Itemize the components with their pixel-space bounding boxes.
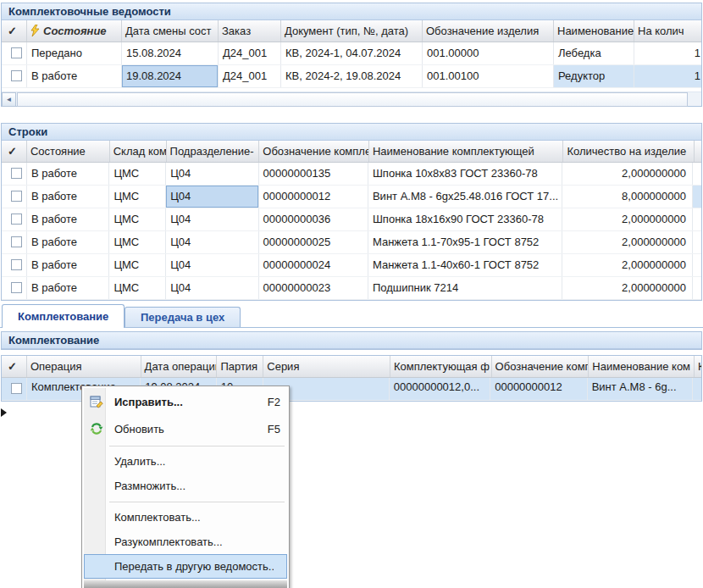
- menu-item-delete[interactable]: Удалить...: [84, 449, 287, 474]
- row-checkbox[interactable]: [11, 282, 22, 293]
- cell-name[interactable]: Лебедка: [554, 42, 634, 64]
- cell-designation[interactable]: 00000000012: [259, 186, 368, 208]
- cell-division[interactable]: Ц04: [166, 277, 258, 299]
- cell-name[interactable]: Манжета 1.1-70х95-1 ГОСТ 8752: [368, 231, 562, 253]
- cell-doc[interactable]: КВ, 2024-1, 04.07.2024: [281, 42, 423, 64]
- table-row[interactable]: В работе ЦМС Ц04 00000000025 Манжета 1.1…: [2, 231, 701, 254]
- cell-state[interactable]: В работе: [27, 186, 110, 208]
- column-header-state[interactable]: Состояние: [27, 141, 110, 162]
- column-header-date[interactable]: Дата операции: [141, 356, 218, 377]
- check-column-header[interactable]: ✓: [2, 356, 27, 377]
- column-header-designation[interactable]: Обозначение комп: [492, 356, 590, 377]
- cell-name[interactable]: Шпонка 10х8х83 ГОСТ 23360-78: [368, 163, 562, 185]
- cell-qty[interactable]: 1: [634, 65, 701, 87]
- cell-designation[interactable]: 00000000024: [259, 254, 368, 276]
- column-header-name[interactable]: Наименование ком: [589, 356, 695, 377]
- cell-state[interactable]: В работе: [27, 65, 122, 87]
- table-row[interactable]: В работе ЦМС Ц04 00000000023 Подшипник 7…: [2, 277, 701, 300]
- scroll-left-button[interactable]: ◄: [2, 92, 16, 107]
- row-checkbox[interactable]: [11, 236, 22, 247]
- table-row[interactable]: В работе ЦМС Ц04 00000000135 Шпонка 10х8…: [2, 163, 701, 186]
- column-header-operation[interactable]: Операция: [27, 356, 141, 377]
- column-header-state[interactable]: Состояние: [27, 20, 122, 42]
- column-header-doc[interactable]: Документ (тип, №, дата): [281, 20, 423, 42]
- cell-designation[interactable]: 00000000036: [259, 208, 368, 230]
- cell-qty[interactable]: 2,000000000: [562, 231, 693, 253]
- row-checkbox[interactable]: [11, 168, 22, 179]
- cell-state[interactable]: Передано: [27, 42, 122, 64]
- column-header-order[interactable]: Заказ: [219, 20, 281, 42]
- cell-state[interactable]: В работе: [27, 231, 110, 253]
- menu-item-razukomplektovat[interactable]: Разукомплектовать...: [84, 530, 287, 554]
- menu-item-edit[interactable]: Исправить... F2: [84, 388, 287, 415]
- cell-name[interactable]: Подшипник 7214: [368, 277, 562, 299]
- column-header-series[interactable]: Серия: [263, 356, 390, 377]
- cell-qty[interactable]: 1: [634, 42, 701, 64]
- column-header-designation[interactable]: Обозначение изделия: [423, 20, 554, 42]
- cell-order[interactable]: Д24_001: [219, 65, 281, 87]
- column-header-name[interactable]: Наименование комплектующей: [369, 141, 563, 162]
- cell-name[interactable]: Манжета 1.1-40х60-1 ГОСТ 8752: [368, 254, 562, 276]
- table-row[interactable]: В работе ЦМС Ц04 00000000024 Манжета 1.1…: [2, 254, 701, 277]
- menu-item-duplicate[interactable]: Размножить...: [84, 474, 287, 498]
- cell-state[interactable]: В работе: [27, 254, 110, 276]
- row-checkbox[interactable]: [11, 47, 22, 58]
- column-header-batch[interactable]: Партия: [217, 356, 263, 377]
- check-column-header[interactable]: ✓: [2, 141, 27, 162]
- cell-division[interactable]: Ц04: [166, 231, 258, 253]
- menu-item-komplektovat[interactable]: Комплектовать...: [84, 505, 287, 530]
- horizontal-scrollbar[interactable]: ◄: [2, 92, 701, 106]
- cell-warehouse[interactable]: ЦМС: [109, 163, 166, 185]
- row-checkbox[interactable]: [11, 70, 22, 81]
- tab-peredacha-v-tseh[interactable]: Передача в цех: [125, 307, 241, 328]
- cell-designation[interactable]: 00000000135: [259, 163, 368, 185]
- menu-item-transfer-to-other-vedomost[interactable]: Передать в другую ведомость...: [84, 554, 287, 579]
- cell-name[interactable]: Винт А.М8 - 6gх25.48.016 ГОСТ 17...: [368, 186, 562, 208]
- row-checkbox[interactable]: [11, 191, 22, 202]
- table-row[interactable]: Передано 15.08.2024 Д24_001 КВ, 2024-1, …: [2, 42, 701, 65]
- cell-division[interactable]: Ц04: [166, 208, 258, 230]
- cell-warehouse[interactable]: ЦМС: [109, 208, 166, 230]
- cell-warehouse[interactable]: ЦМС: [109, 277, 166, 299]
- column-header-designation[interactable]: Обозначение компле: [259, 141, 369, 162]
- cell-state[interactable]: В работе: [27, 277, 110, 299]
- column-header-comp[interactable]: Комплектующая ф: [390, 356, 492, 377]
- cell-date[interactable]: 15.08.2024: [122, 42, 219, 64]
- column-header-warehouse[interactable]: Склад комп: [110, 141, 167, 162]
- row-checkbox[interactable]: [11, 259, 22, 270]
- cell-name[interactable]: Шпонка 18х16х90 ГОСТ 23360-78: [368, 208, 562, 230]
- cell-comp[interactable]: 00000000012,0...: [390, 378, 490, 400]
- cell-name[interactable]: Винт А.М8 - 6g...: [588, 378, 693, 400]
- cell-qty[interactable]: 2,000000000: [562, 208, 693, 230]
- column-header-date[interactable]: Дата смены сост: [122, 20, 219, 42]
- cell-qty[interactable]: 2,000000000: [562, 277, 693, 299]
- cell-warehouse[interactable]: ЦМС: [109, 231, 166, 253]
- cell-designation[interactable]: 00000000023: [259, 277, 368, 299]
- column-header-division[interactable]: Подразделение-: [167, 141, 260, 162]
- row-checkbox[interactable]: [11, 214, 22, 225]
- cell-division-focused[interactable]: Ц04: [166, 186, 258, 208]
- check-column-header[interactable]: ✓: [2, 20, 27, 42]
- cell-division[interactable]: Ц04: [166, 163, 258, 185]
- cell-designation[interactable]: 001.00100: [423, 65, 554, 87]
- cell-warehouse[interactable]: ЦМС: [109, 186, 166, 208]
- cell-state[interactable]: В работе: [27, 208, 110, 230]
- column-header-qty[interactable]: На колич: [634, 20, 701, 42]
- menu-item-refresh[interactable]: Обновить F5: [84, 415, 287, 442]
- row-checkbox[interactable]: [11, 383, 22, 394]
- cell-designation[interactable]: 001.00000: [423, 42, 554, 64]
- cell-qty[interactable]: 2,000000000: [562, 254, 693, 276]
- cell-warehouse[interactable]: ЦМС: [109, 254, 166, 276]
- cell-order[interactable]: Д24_001: [219, 42, 281, 64]
- scroll-thumb[interactable]: [17, 92, 688, 107]
- table-row[interactable]: В работе 19.08.2024 Д24_001 КВ, 2024-2, …: [2, 65, 701, 88]
- cell-state[interactable]: В работе: [27, 163, 110, 185]
- table-row[interactable]: В работе ЦМС Ц04 00000000036 Шпонка 18х1…: [2, 208, 701, 231]
- cell-division[interactable]: Ц04: [166, 254, 258, 276]
- cell-doc[interactable]: КВ, 2024-2, 19.08.2024: [281, 65, 423, 87]
- cell-name[interactable]: Редуктор: [554, 65, 634, 87]
- table-row[interactable]: В работе ЦМС Ц04 00000000012 Винт А.М8 -…: [2, 186, 701, 208]
- cell-designation[interactable]: 00000000012: [490, 378, 587, 400]
- cell-qty[interactable]: 8,000000000: [562, 186, 693, 208]
- column-header-name[interactable]: Наименование изд: [554, 20, 634, 42]
